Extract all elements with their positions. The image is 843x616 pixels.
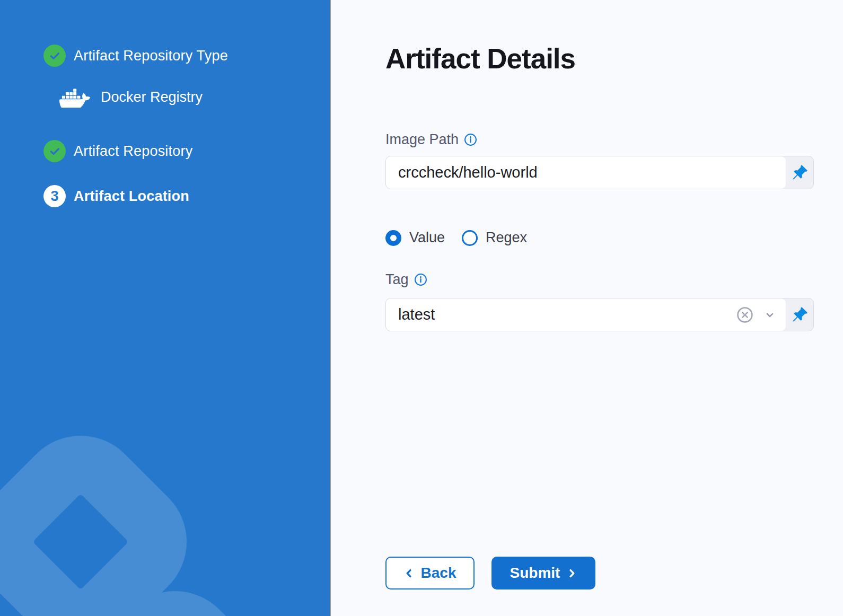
step-label: Artifact Repository Type	[74, 48, 228, 64]
clear-button[interactable]	[736, 306, 754, 324]
step-artifact-location[interactable]: 3 Artifact Location	[43, 185, 189, 207]
image-path-label: Image Path	[385, 131, 459, 148]
main-panel: Artifact Details Image Path Value Regex	[330, 0, 843, 616]
step-artifact-repository-type[interactable]: Artifact Repository Type	[43, 45, 228, 67]
pin-button[interactable]	[786, 156, 813, 189]
back-button-label: Back	[421, 565, 456, 582]
wizard-sidebar: Artifact Repository Type Docker Registry…	[0, 0, 330, 616]
pin-button[interactable]	[786, 298, 813, 331]
step-complete-badge	[43, 140, 66, 162]
back-button[interactable]: Back	[385, 557, 475, 589]
page-title: Artifact Details	[385, 42, 575, 75]
chevron-down-icon	[763, 309, 776, 321]
step-number: 3	[50, 189, 58, 204]
pin-icon	[792, 164, 808, 181]
image-path-input[interactable]	[398, 164, 776, 181]
sidebar-item-docker-registry[interactable]: Docker Registry	[59, 87, 203, 108]
step-number-badge: 3	[43, 185, 66, 207]
radio-value[interactable]: Value	[385, 230, 445, 246]
tag-field	[385, 298, 814, 331]
sidebar-item-label: Docker Registry	[101, 89, 203, 105]
submit-button-label: Submit	[510, 565, 560, 582]
step-artifact-repository[interactable]: Artifact Repository	[43, 140, 192, 162]
tag-label-row: Tag	[385, 271, 427, 288]
radio-regex[interactable]: Regex	[462, 230, 527, 246]
image-path-field	[385, 156, 814, 189]
chevron-left-icon	[404, 568, 414, 578]
check-icon	[49, 50, 61, 62]
tag-input[interactable]	[398, 306, 727, 323]
radio-value-label: Value	[409, 230, 445, 246]
wizard-actions: Back Submit	[385, 557, 595, 589]
radio-regex-label: Regex	[486, 230, 527, 246]
docker-icon	[59, 87, 90, 108]
radio-selected-dot[interactable]	[385, 230, 401, 246]
step-label: Artifact Location	[74, 188, 189, 205]
check-icon	[49, 145, 61, 157]
pin-icon	[792, 306, 808, 323]
info-icon[interactable]	[464, 133, 477, 146]
match-mode-radio-group: Value Regex	[385, 230, 527, 246]
step-label: Artifact Repository	[74, 143, 192, 160]
chevron-right-icon	[567, 568, 577, 578]
submit-button[interactable]: Submit	[491, 557, 595, 589]
tag-input-area	[386, 298, 786, 331]
tag-label: Tag	[385, 271, 409, 288]
image-path-label-row: Image Path	[385, 131, 477, 148]
clear-icon	[736, 306, 754, 324]
info-icon[interactable]	[414, 273, 427, 286]
image-path-input-area	[386, 156, 786, 189]
step-complete-badge	[43, 45, 66, 67]
radio-unselected-dot[interactable]	[462, 230, 478, 246]
dropdown-button[interactable]	[763, 309, 776, 321]
